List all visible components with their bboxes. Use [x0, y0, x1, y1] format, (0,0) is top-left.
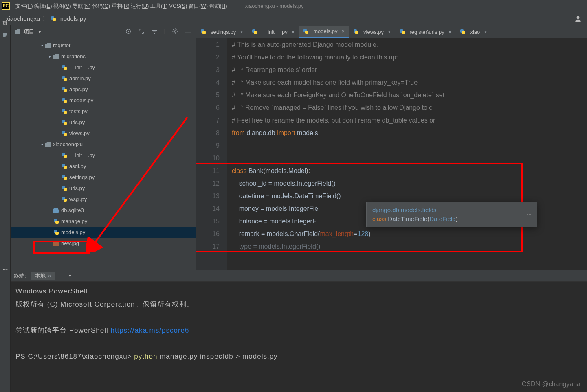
hide-icon[interactable]: — — [185, 28, 191, 35]
menu-item[interactable]: 文件(F) — [15, 3, 33, 9]
code-line[interactable]: type = models.IntegerField() — [232, 240, 587, 253]
tree-item[interactable]: apps.py — [11, 84, 196, 95]
database-icon — [53, 208, 59, 213]
code-line[interactable]: class Bank(models.Model): — [232, 164, 587, 177]
code-line[interactable]: # * Make sure each ForeignKey and OneToO… — [232, 89, 587, 101]
code-line[interactable]: # * Rearrange models' order — [232, 64, 587, 76]
editor-tab[interactable]: models.py× — [299, 26, 349, 38]
line-number: 16 — [196, 228, 220, 240]
tree-arrow[interactable]: ▾ — [39, 142, 45, 147]
code-line[interactable]: datetime = models.DateTimeField() — [232, 190, 587, 202]
tree-item[interactable]: asgi.py — [11, 161, 196, 172]
breadcrumb-root[interactable]: xiaochengxu — [6, 15, 40, 22]
python-icon — [61, 119, 68, 126]
code-line[interactable]: remark = models.CharField(max_length=128… — [232, 228, 587, 240]
tree-item[interactable]: models.py — [11, 227, 196, 238]
python-icon — [61, 174, 68, 181]
code-line[interactable]: # This is an auto-generated Django model… — [232, 38, 587, 51]
menu-item[interactable]: 视图(V) — [53, 3, 71, 9]
menu-item[interactable]: 运行(U) — [131, 3, 149, 9]
tree-arrow[interactable]: ▸ — [47, 54, 53, 59]
close-icon[interactable]: × — [484, 29, 487, 35]
collapse-icon[interactable] — [151, 28, 158, 35]
tree-item[interactable]: __init__.py — [11, 150, 196, 161]
tree-label: db.sqlite3 — [61, 207, 84, 213]
tree-item[interactable]: ▾xiaochengxu — [11, 139, 196, 150]
python-icon — [61, 163, 68, 170]
tree-item[interactable]: manage.py — [11, 216, 196, 227]
code-line[interactable]: # Feel free to rename the models, but do… — [232, 114, 587, 127]
target-icon[interactable] — [125, 28, 132, 35]
terminal-line: PS C:\Users\86187\xiaochengxu> python ma… — [15, 350, 583, 363]
tree-item[interactable]: __init__.py — [11, 62, 196, 73]
folder-icon — [45, 43, 51, 48]
tree-item[interactable]: views.py — [11, 128, 196, 139]
menu-item[interactable]: 重构(R) — [112, 3, 130, 9]
close-icon[interactable]: × — [341, 28, 345, 34]
tree-label: migrations — [61, 53, 86, 59]
close-icon[interactable]: × — [48, 273, 51, 279]
menu-item[interactable]: 窗口(W) — [189, 3, 208, 9]
close-icon[interactable]: × — [292, 29, 295, 35]
python-icon — [303, 28, 309, 35]
tree-item[interactable]: db.sqlite3 — [11, 205, 196, 216]
python-icon — [53, 218, 59, 225]
menu-item[interactable]: 代码(C) — [92, 3, 110, 9]
editor-tab[interactable]: __init__.py× — [247, 26, 299, 38]
close-icon[interactable]: × — [388, 29, 391, 35]
tree-label: apps.py — [69, 86, 88, 92]
tree-arrow[interactable]: ▾ — [39, 43, 45, 48]
code-line[interactable]: school_id = models.IntegerField() — [232, 177, 587, 190]
tree-item[interactable]: models.py — [11, 95, 196, 106]
sidebar-tab-project[interactable]: 项目 — [2, 29, 9, 37]
tree-item[interactable]: new.jpg — [11, 238, 196, 249]
code-line[interactable]: from django.db import models — [232, 127, 587, 139]
folder-icon — [53, 54, 59, 59]
python-icon — [61, 130, 68, 137]
tab-label: models.py — [313, 28, 337, 34]
breadcrumb-file[interactable]: models.py — [58, 15, 86, 22]
dropdown-icon[interactable]: ▼ — [37, 29, 42, 34]
tab-label: xiao — [470, 29, 480, 35]
code-line[interactable] — [232, 152, 587, 164]
tree-item[interactable]: urls.py — [11, 183, 196, 194]
menu-item[interactable]: VCS(S) — [169, 3, 187, 9]
svg-point-2 — [128, 31, 129, 32]
chevron-down-icon[interactable]: ▾ — [69, 273, 71, 278]
editor-tab[interactable]: xiao× — [455, 26, 491, 38]
tree-item[interactable]: ▾register — [11, 40, 196, 51]
more-icon[interactable]: ⋮ — [525, 212, 534, 217]
line-number: 2 — [196, 51, 220, 64]
tree-item[interactable]: tests.py — [11, 106, 196, 117]
menu-item[interactable]: 帮助(H) — [209, 3, 227, 9]
code-line[interactable]: # * Make sure each model has one field w… — [232, 76, 587, 89]
expand-icon[interactable] — [138, 28, 145, 35]
code-line[interactable] — [232, 139, 587, 152]
tree-item[interactable]: ▸migrations — [11, 51, 196, 62]
menu-item[interactable]: 编辑(E) — [34, 3, 52, 9]
close-icon[interactable]: × — [448, 29, 452, 35]
tree-item[interactable]: wsgi.py — [11, 194, 196, 205]
tooltip-keyword: class — [372, 215, 386, 222]
menu-item[interactable]: 导航(N) — [73, 3, 90, 9]
new-tab-icon[interactable]: + — [60, 272, 64, 280]
code-line[interactable]: # You'll have to do the following manual… — [232, 51, 587, 64]
editor-tab[interactable]: settings.py× — [196, 26, 247, 38]
line-number: 9 — [196, 139, 220, 152]
terminal-output[interactable]: Windows PowerShell版权所有 (C) Microsoft Cor… — [0, 282, 587, 366]
terminal-title: 终端: — [14, 272, 26, 280]
gear-icon[interactable] — [172, 28, 178, 35]
tree-item[interactable]: settings.py — [11, 172, 196, 183]
code-line[interactable]: # * Remove `managed = False` lines if yo… — [232, 101, 587, 114]
terminal-tab[interactable]: 本地× — [31, 272, 55, 280]
close-icon[interactable]: × — [240, 29, 243, 35]
menu-item[interactable]: 工具(T) — [150, 3, 168, 9]
window-title: xiaochengxu - models.py — [245, 3, 304, 9]
user-icon[interactable] — [574, 15, 582, 23]
terminal-gutter — [0, 270, 11, 392]
editor-tab[interactable]: views.py× — [349, 26, 395, 38]
tree-item[interactable]: admin.py — [11, 73, 196, 84]
tree-item[interactable]: urls.py — [11, 117, 196, 128]
editor-tab[interactable]: register\urls.py× — [395, 26, 456, 38]
separator: | — [164, 28, 165, 35]
